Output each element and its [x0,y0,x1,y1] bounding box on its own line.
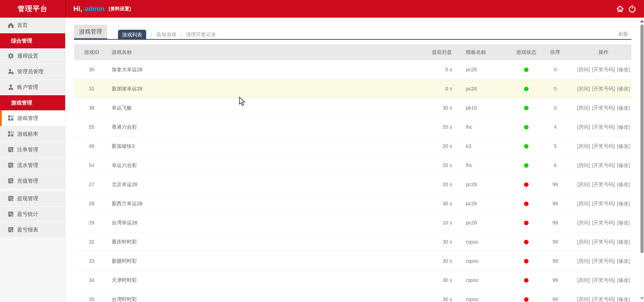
status-dot [524,259,529,263]
room-link[interactable]: [房间] [577,143,590,149]
room-link[interactable]: [房间] [577,296,590,302]
cell-sort: 99 [544,258,567,264]
cell-sort: 0 [544,105,567,111]
table-row: 55 香港六合彩 20 s lhc 4 [房间][开奖号码][修改] [74,118,631,137]
sidebar-item[interactable]: 游戏赔率 [0,126,65,142]
room-link[interactable]: [房间] [577,239,590,245]
room-link[interactable]: [房间] [577,67,590,72]
room-link[interactable]: [房间] [577,182,590,187]
draw-number-link[interactable]: [开奖号码] [592,239,615,245]
cell-template: pc28 [463,67,509,73]
sidebar-item[interactable]: 首页 [0,18,65,33]
modify-link[interactable]: [修改] [617,162,630,168]
draw-number-link[interactable]: [开奖号码] [592,258,615,264]
modify-link[interactable]: [修改] [617,143,630,149]
room-link[interactable]: [房间] [577,86,590,91]
draw-number-link[interactable]: [开奖号码] [592,182,615,187]
draw-number-link[interactable]: [开奖号码] [592,124,615,130]
status-dot [524,202,529,206]
scroll-up-arrow[interactable] [640,20,644,22]
table-row: 54 幸运六合彩 20 s lhc 6 [房间][开奖号码][修改] [74,156,631,175]
modify-link[interactable]: [修改] [617,105,630,111]
cell-close-ahead: 30 s [411,239,463,245]
modify-link[interactable]: [修改] [617,239,630,245]
status-dot [524,221,529,225]
refresh-button[interactable]: 刷新 [618,31,628,38]
cell-game-name: 天津时时彩 [109,277,411,284]
scroll-down-arrow[interactable] [640,297,644,300]
cell-actions: [房间][开奖号码][修改] [567,219,631,226]
home-icon[interactable] [616,5,624,13]
room-link[interactable]: [房间] [577,220,590,225]
cell-game-name: 台湾时时彩 [109,296,411,302]
cell-game-id: 33 [74,258,109,264]
sidebar-item[interactable]: 游戏管理 [0,110,65,126]
room-link[interactable]: [房间] [577,124,590,130]
cell-game-id: 35 [74,296,109,302]
scrollbar-thumb[interactable] [640,24,643,253]
cell-close-ahead: 10 s [411,220,463,226]
room-link[interactable]: [房间] [577,258,590,264]
modify-link[interactable]: [修改] [617,182,630,187]
modify-link[interactable]: [修改] [617,124,630,130]
status-dot [524,297,529,302]
cell-close-ahead: 0 s [411,67,463,73]
draw-number-link[interactable]: [开奖号码] [592,162,615,168]
room-link[interactable]: [房间] [577,277,590,283]
room-link[interactable]: [房间] [577,201,590,206]
cell-close-ahead: 20 s [411,143,463,149]
tab-add-game[interactable]: 添加游戏 [156,31,176,38]
sidebar-item[interactable]: 管理员管理 [0,64,65,80]
cell-template: lhc [463,162,509,168]
sidebar-item[interactable]: ? 充值管理 [0,173,65,189]
cell-game-name: 新加坡快3 [109,143,411,150]
status-dot [524,163,529,168]
modify-link[interactable]: [修改] [617,67,630,72]
draw-number-link[interactable]: [开奖号码] [592,201,615,206]
table-row: 28 新西兰幸运28 30 s pc28 99 [房间][开奖号码][修改] [74,194,631,213]
cell-game-name: 幸运六合彩 [109,162,411,169]
room-link[interactable]: [房间] [577,162,590,168]
sidebar-item[interactable]: ? 流水管理 [0,158,65,173]
tab-clear-records[interactable]: 清理开奖记录 [186,31,216,38]
draw-number-link[interactable]: [开奖号码] [592,277,615,283]
modify-link[interactable]: [修改] [617,277,630,283]
draw-number-link[interactable]: [开奖号码] [592,105,615,111]
cell-template: cqssc [463,258,509,264]
tab-game-list[interactable]: 游戏列表 [118,30,146,40]
cell-close-ahead: 0 s [411,86,463,92]
modify-link[interactable]: [修改] [617,296,630,302]
status-dot [524,182,529,187]
sidebar-item[interactable]: ? 提现管理 [0,191,65,207]
username: admin [85,5,105,13]
profile-settings-link[interactable]: [资料设置] [109,6,131,12]
sidebar-item-label: 管理员管理 [17,68,44,75]
sidebar-item[interactable]: 账户管理 [0,80,65,95]
svg-text:?: ? [12,230,13,232]
cell-template: pk10 [463,105,509,111]
modify-link[interactable]: [修改] [617,201,630,206]
sidebar-item[interactable]: ? 注单管理 [0,142,65,158]
cell-template: pc28 [463,220,509,226]
draw-number-link[interactable]: [开奖号码] [592,67,615,72]
status-dot [524,144,529,149]
draw-number-link[interactable]: [开奖号码] [592,143,615,149]
modify-link[interactable]: [修改] [617,258,630,264]
modify-link[interactable]: [修改] [617,220,630,225]
sidebar-item[interactable]: ? 盈亏统计 [0,207,65,222]
sidebar-item-label: 首页 [17,22,28,29]
modify-link[interactable]: [修改] [617,86,630,91]
room-link[interactable]: [房间] [577,105,590,111]
sidebar-item[interactable]: 通用设置 [0,48,65,64]
sidebar-item[interactable]: ? 盈亏报表 [0,222,65,238]
sidebar-section-header: 综合管理 [0,33,65,48]
cell-actions: [房间][开奖号码][修改] [567,143,631,150]
user-greeting: Hi, admin [资料设置] [73,0,131,18]
power-icon[interactable] [628,5,636,13]
draw-number-link[interactable]: [开奖号码] [592,296,615,302]
grid-icon [8,131,14,137]
draw-number-link[interactable]: [开奖号码] [592,86,615,91]
draw-number-link[interactable]: [开奖号码] [592,220,615,225]
table-row: 31 新加坡幸运28 0 s pc28 0 [房间][开奖号码][修改] [74,79,631,98]
vertical-scrollbar[interactable] [640,18,644,302]
